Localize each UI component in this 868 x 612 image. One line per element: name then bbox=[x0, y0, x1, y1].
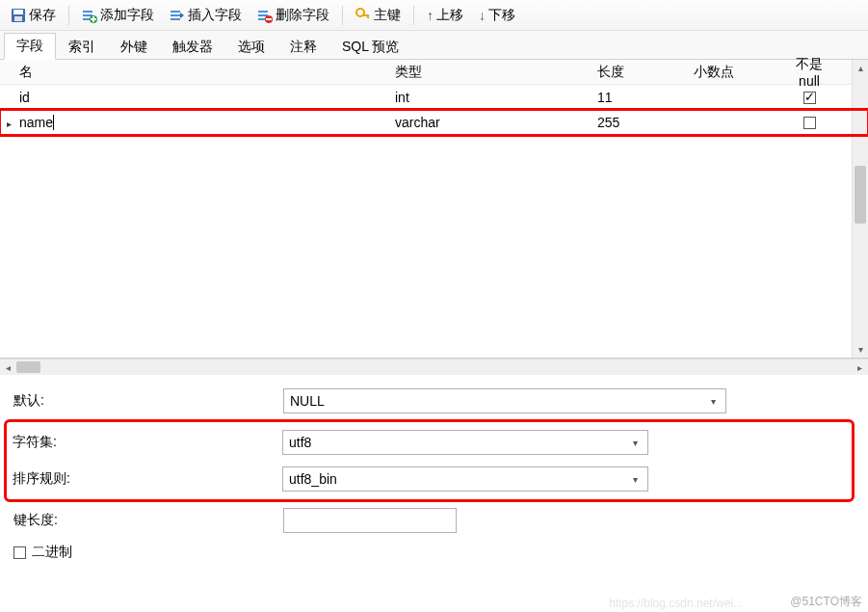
save-label: 保存 bbox=[29, 7, 56, 24]
scroll-left-icon[interactable]: ◂ bbox=[0, 362, 16, 373]
row-marker bbox=[0, 115, 17, 130]
binary-checkbox[interactable] bbox=[13, 546, 26, 559]
vertical-scrollbar[interactable]: ▴ ▾ bbox=[852, 60, 868, 358]
move-down-label: 下移 bbox=[488, 7, 515, 24]
cell-length[interactable]: 11 bbox=[597, 90, 694, 105]
svg-rect-3 bbox=[83, 11, 92, 13]
tab-options[interactable]: 选项 bbox=[225, 34, 277, 60]
field-properties: 默认: NULL ▾ 字符集: utf8 ▾ 排序规则: utf8_bin bbox=[0, 375, 868, 573]
watermark: https://blog.csdn.net/wei... bbox=[609, 597, 743, 610]
tab-triggers[interactable]: 触发器 bbox=[160, 34, 225, 60]
svg-rect-2 bbox=[14, 16, 22, 21]
default-value: NULL bbox=[290, 393, 325, 409]
tab-indexes[interactable]: 索引 bbox=[56, 34, 108, 60]
chevron-down-icon: ▾ bbox=[627, 471, 644, 488]
default-combo[interactable]: NULL ▾ bbox=[283, 388, 726, 413]
tab-foreign-keys[interactable]: 外键 bbox=[108, 34, 160, 60]
separator bbox=[68, 6, 69, 25]
checkbox-icon bbox=[803, 117, 816, 129]
insert-field-button[interactable]: 插入字段 bbox=[163, 4, 249, 27]
cell-type[interactable]: int bbox=[395, 90, 597, 105]
svg-rect-16 bbox=[266, 18, 272, 20]
grid-header: 名 类型 长度 小数点 不是 null bbox=[0, 60, 868, 85]
key-length-input[interactable] bbox=[283, 508, 457, 533]
add-field-icon bbox=[82, 8, 97, 23]
svg-rect-9 bbox=[171, 11, 180, 13]
charset-label: 字符集: bbox=[13, 434, 282, 451]
prop-key-length: 键长度: bbox=[13, 502, 855, 539]
watermark: @51CTO博客 bbox=[790, 594, 862, 610]
toolbar: 保存 添加字段 插入字段 删除字段 主键 ↑ 上移 ↓ 下移 bbox=[0, 0, 868, 31]
charset-value: utf8 bbox=[289, 435, 311, 450]
key-icon bbox=[355, 8, 371, 23]
move-up-button[interactable]: ↑ 上移 bbox=[420, 4, 470, 27]
add-field-button[interactable]: 添加字段 bbox=[75, 4, 161, 27]
horizontal-scrollbar[interactable]: ◂ ▸ bbox=[0, 359, 868, 375]
separator bbox=[413, 6, 414, 25]
tab-fields[interactable]: 字段 bbox=[4, 33, 56, 60]
svg-rect-11 bbox=[171, 18, 180, 20]
primary-key-button[interactable]: 主键 bbox=[349, 4, 408, 27]
save-button[interactable]: 保存 bbox=[4, 4, 63, 27]
svg-rect-12 bbox=[258, 11, 268, 13]
tab-comment[interactable]: 注释 bbox=[277, 34, 329, 60]
move-up-label: 上移 bbox=[436, 7, 463, 24]
grid-row[interactable]: name varchar 255 bbox=[0, 110, 868, 135]
insert-field-icon bbox=[170, 8, 185, 23]
insert-field-label: 插入字段 bbox=[188, 7, 242, 24]
tab-sql-preview[interactable]: SQL 预览 bbox=[329, 34, 411, 60]
separator bbox=[342, 6, 343, 25]
arrow-down-icon: ↓ bbox=[479, 8, 486, 23]
checkbox-icon bbox=[803, 92, 816, 104]
cell-name[interactable]: name bbox=[17, 115, 395, 130]
scroll-thumb[interactable] bbox=[16, 361, 40, 373]
collation-value: utf8_bin bbox=[289, 471, 337, 487]
header-length[interactable]: 长度 bbox=[597, 64, 694, 81]
collation-label: 排序规则: bbox=[13, 470, 282, 488]
header-not-null[interactable]: 不是 null bbox=[790, 56, 829, 89]
add-field-label: 添加字段 bbox=[100, 7, 154, 24]
arrow-up-icon: ↑ bbox=[427, 8, 434, 23]
scroll-down-icon[interactable]: ▾ bbox=[853, 341, 868, 358]
svg-rect-19 bbox=[367, 14, 369, 18]
highlighted-props: 字符集: utf8 ▾ 排序规则: utf8_bin ▾ bbox=[4, 419, 855, 502]
primary-key-label: 主键 bbox=[374, 7, 401, 24]
delete-field-button[interactable]: 删除字段 bbox=[250, 4, 336, 27]
scroll-up-icon[interactable]: ▴ bbox=[853, 60, 868, 76]
tabs-bar: 字段 索引 外键 触发器 选项 注释 SQL 预览 bbox=[0, 31, 868, 60]
default-label: 默认: bbox=[13, 392, 283, 410]
save-icon bbox=[11, 8, 26, 23]
chevron-down-icon: ▾ bbox=[627, 435, 644, 451]
cell-length[interactable]: 255 bbox=[597, 115, 694, 130]
svg-rect-1 bbox=[13, 10, 23, 14]
delete-field-icon bbox=[257, 8, 273, 23]
prop-collation: 排序规则: utf8_bin ▾ bbox=[13, 461, 846, 497]
move-down-button[interactable]: ↓ 下移 bbox=[472, 4, 522, 27]
svg-rect-13 bbox=[258, 14, 268, 16]
charset-combo[interactable]: utf8 ▾ bbox=[282, 430, 648, 455]
svg-rect-10 bbox=[171, 14, 180, 16]
scroll-right-icon[interactable]: ▸ bbox=[852, 362, 868, 373]
cell-not-null[interactable] bbox=[790, 90, 829, 105]
header-type[interactable]: 类型 bbox=[395, 64, 597, 81]
header-decimals[interactable]: 小数点 bbox=[694, 64, 790, 81]
grid-row[interactable]: id int 11 bbox=[0, 85, 868, 110]
prop-binary: 二进制 bbox=[13, 539, 855, 566]
cell-name[interactable]: id bbox=[17, 90, 395, 105]
chevron-down-icon: ▾ bbox=[705, 393, 722, 410]
fields-grid: 名 类型 长度 小数点 不是 null id int 11 name varch… bbox=[0, 60, 868, 359]
header-name[interactable]: 名 bbox=[17, 64, 395, 81]
collation-combo[interactable]: utf8_bin ▾ bbox=[282, 466, 648, 492]
prop-default: 默认: NULL ▾ bbox=[13, 383, 855, 419]
cell-not-null[interactable] bbox=[790, 115, 829, 130]
delete-field-label: 删除字段 bbox=[276, 7, 329, 24]
key-length-label: 键长度: bbox=[13, 512, 283, 529]
svg-rect-4 bbox=[83, 14, 92, 16]
binary-label: 二进制 bbox=[32, 544, 72, 561]
cell-type[interactable]: varchar bbox=[395, 115, 597, 130]
prop-charset: 字符集: utf8 ▾ bbox=[13, 424, 846, 461]
svg-rect-8 bbox=[91, 18, 96, 20]
scroll-thumb[interactable] bbox=[855, 166, 866, 224]
